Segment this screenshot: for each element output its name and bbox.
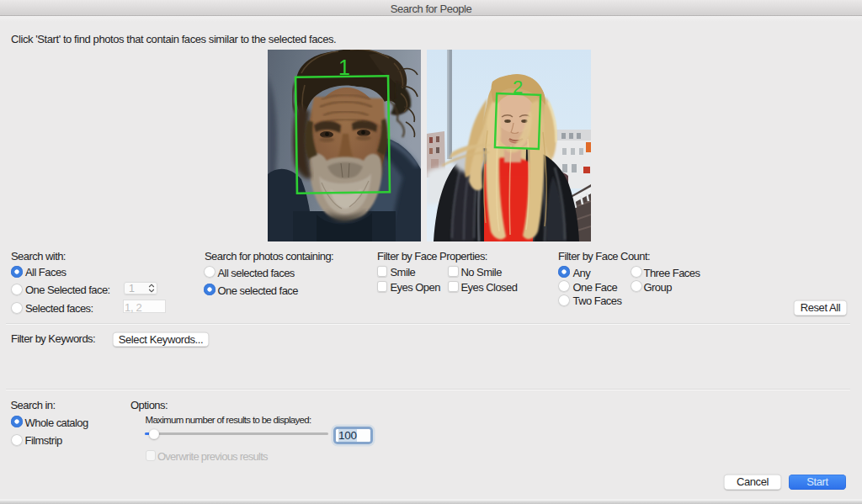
svg-text:2: 2: [513, 77, 523, 98]
svg-text:1: 1: [338, 56, 350, 79]
